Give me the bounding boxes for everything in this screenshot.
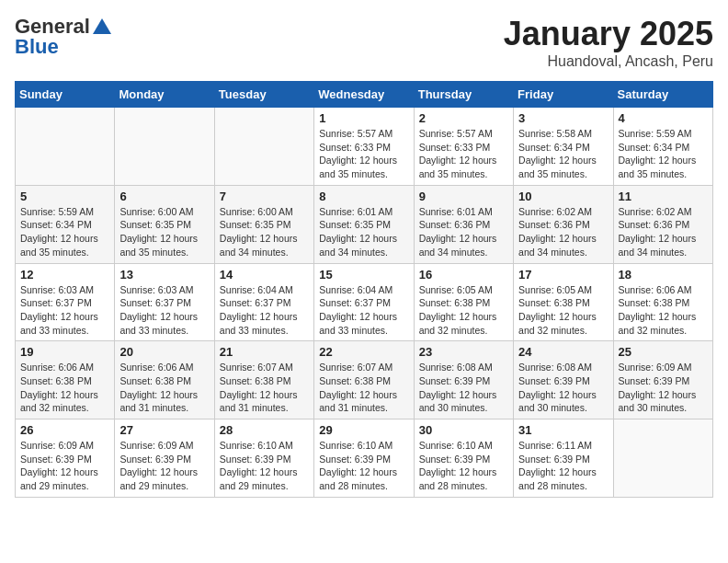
day-number: 20 [119,345,209,359]
day-number: 4 [619,111,708,125]
table-row: 21Sunrise: 6:07 AM Sunset: 6:38 PM Dayli… [214,341,313,419]
day-info: Sunrise: 6:04 AM Sunset: 6:37 PM Dayligh… [319,283,408,338]
day-number: 30 [419,423,508,437]
day-number: 5 [20,190,109,203]
day-info: Sunrise: 6:09 AM Sunset: 6:39 PM Dayligh… [20,439,109,493]
table-row: 31Sunrise: 6:11 AM Sunset: 6:39 PM Dayli… [514,419,613,498]
table-row: 8Sunrise: 6:01 AM Sunset: 6:35 PM Daylig… [314,185,414,263]
day-info: Sunrise: 6:08 AM Sunset: 6:39 PM Dayligh… [419,361,508,415]
day-info: Sunrise: 6:06 AM Sunset: 6:38 PM Dayligh… [619,283,708,338]
table-row [613,419,712,498]
calendar-title: January 2025 [504,15,713,53]
day-number: 12 [20,268,109,282]
day-number: 1 [319,111,408,125]
day-number: 6 [119,190,209,203]
table-row: 19Sunrise: 6:06 AM Sunset: 6:38 PM Dayli… [16,341,115,419]
day-number: 11 [619,190,708,203]
day-info: Sunrise: 6:03 AM Sunset: 6:37 PM Dayligh… [119,283,209,338]
header-monday: Monday [115,82,214,108]
table-row: 18Sunrise: 6:06 AM Sunset: 6:38 PM Dayli… [613,263,712,341]
day-info: Sunrise: 6:04 AM Sunset: 6:37 PM Dayligh… [220,283,309,338]
day-info: Sunrise: 5:57 AM Sunset: 6:33 PM Dayligh… [419,127,508,181]
header-wednesday: Wednesday [314,82,414,108]
table-row: 14Sunrise: 6:04 AM Sunset: 6:37 PM Dayli… [214,263,313,341]
day-info: Sunrise: 5:58 AM Sunset: 6:34 PM Dayligh… [518,127,608,181]
weekday-header-row: Sunday Monday Tuesday Wednesday Thursday… [16,82,713,108]
table-row: 16Sunrise: 6:05 AM Sunset: 6:38 PM Dayli… [414,263,513,341]
day-number: 10 [518,190,608,203]
svg-marker-0 [93,18,111,34]
header-saturday: Saturday [613,82,712,108]
day-info: Sunrise: 6:10 AM Sunset: 6:39 PM Dayligh… [419,439,508,493]
day-number: 23 [419,345,508,359]
day-number: 22 [319,345,408,359]
day-number: 14 [220,268,309,282]
table-row: 11Sunrise: 6:02 AM Sunset: 6:36 PM Dayli… [613,185,712,263]
day-number: 18 [619,268,708,282]
day-number: 26 [20,423,109,437]
day-number: 13 [119,268,209,282]
page-header: General Blue January 2025 Huandoval, Anc… [15,15,713,70]
day-info: Sunrise: 6:11 AM Sunset: 6:39 PM Dayligh… [518,439,608,493]
week-row-1: 1Sunrise: 5:57 AM Sunset: 6:33 PM Daylig… [16,108,713,186]
table-row: 1Sunrise: 5:57 AM Sunset: 6:33 PM Daylig… [314,108,414,186]
day-number: 16 [419,268,508,282]
day-info: Sunrise: 6:07 AM Sunset: 6:38 PM Dayligh… [319,361,408,415]
day-info: Sunrise: 6:00 AM Sunset: 6:35 PM Dayligh… [119,205,209,259]
day-info: Sunrise: 5:57 AM Sunset: 6:33 PM Dayligh… [319,127,408,181]
table-row: 10Sunrise: 6:02 AM Sunset: 6:36 PM Dayli… [514,185,613,263]
day-number: 8 [319,190,408,203]
day-info: Sunrise: 6:09 AM Sunset: 6:39 PM Dayligh… [619,361,708,415]
calendar-subtitle: Huandoval, Ancash, Peru [504,53,713,70]
header-thursday: Thursday [414,82,513,108]
day-info: Sunrise: 6:03 AM Sunset: 6:37 PM Dayligh… [20,283,109,338]
day-number: 29 [319,423,408,437]
header-tuesday: Tuesday [214,82,313,108]
table-row: 6Sunrise: 6:00 AM Sunset: 6:35 PM Daylig… [115,185,214,263]
table-row [115,108,214,186]
table-row [214,108,313,186]
day-number: 27 [119,423,209,437]
day-info: Sunrise: 6:01 AM Sunset: 6:36 PM Dayligh… [419,205,508,259]
calendar-table: Sunday Monday Tuesday Wednesday Thursday… [15,81,713,498]
day-number: 25 [619,345,708,359]
table-row [16,108,115,186]
day-number: 24 [518,345,608,359]
table-row: 15Sunrise: 6:04 AM Sunset: 6:37 PM Dayli… [314,263,414,341]
day-number: 28 [220,423,309,437]
table-row: 17Sunrise: 6:05 AM Sunset: 6:38 PM Dayli… [514,263,613,341]
header-sunday: Sunday [16,82,115,108]
table-row: 30Sunrise: 6:10 AM Sunset: 6:39 PM Dayli… [414,419,513,498]
table-row: 13Sunrise: 6:03 AM Sunset: 6:37 PM Dayli… [115,263,214,341]
day-number: 19 [20,345,109,359]
day-number: 2 [419,111,508,125]
table-row: 5Sunrise: 5:59 AM Sunset: 6:34 PM Daylig… [16,185,115,263]
day-number: 15 [319,268,408,282]
table-row: 23Sunrise: 6:08 AM Sunset: 6:39 PM Dayli… [414,341,513,419]
day-info: Sunrise: 6:02 AM Sunset: 6:36 PM Dayligh… [619,205,708,259]
week-row-2: 5Sunrise: 5:59 AM Sunset: 6:34 PM Daylig… [16,185,713,263]
day-number: 9 [419,190,508,203]
day-info: Sunrise: 6:00 AM Sunset: 6:35 PM Dayligh… [220,205,309,259]
day-info: Sunrise: 6:01 AM Sunset: 6:35 PM Dayligh… [319,205,408,259]
table-row: 24Sunrise: 6:08 AM Sunset: 6:39 PM Dayli… [514,341,613,419]
table-row: 2Sunrise: 5:57 AM Sunset: 6:33 PM Daylig… [414,108,513,186]
day-info: Sunrise: 6:07 AM Sunset: 6:38 PM Dayligh… [220,361,309,415]
day-number: 31 [518,423,608,437]
table-row: 3Sunrise: 5:58 AM Sunset: 6:34 PM Daylig… [514,108,613,186]
day-info: Sunrise: 6:10 AM Sunset: 6:39 PM Dayligh… [220,439,309,493]
table-row: 7Sunrise: 6:00 AM Sunset: 6:35 PM Daylig… [214,185,313,263]
table-row: 28Sunrise: 6:10 AM Sunset: 6:39 PM Dayli… [214,419,313,498]
day-info: Sunrise: 5:59 AM Sunset: 6:34 PM Dayligh… [619,127,708,181]
day-number: 3 [518,111,608,125]
logo: General Blue [15,15,112,59]
table-row: 12Sunrise: 6:03 AM Sunset: 6:37 PM Dayli… [16,263,115,341]
day-info: Sunrise: 6:06 AM Sunset: 6:38 PM Dayligh… [20,361,109,415]
day-info: Sunrise: 6:05 AM Sunset: 6:38 PM Dayligh… [518,283,608,338]
day-info: Sunrise: 6:10 AM Sunset: 6:39 PM Dayligh… [319,439,408,493]
week-row-3: 12Sunrise: 6:03 AM Sunset: 6:37 PM Dayli… [16,263,713,341]
header-friday: Friday [514,82,613,108]
table-row: 4Sunrise: 5:59 AM Sunset: 6:34 PM Daylig… [613,108,712,186]
day-info: Sunrise: 6:02 AM Sunset: 6:36 PM Dayligh… [518,205,608,259]
day-info: Sunrise: 6:09 AM Sunset: 6:39 PM Dayligh… [119,439,209,493]
